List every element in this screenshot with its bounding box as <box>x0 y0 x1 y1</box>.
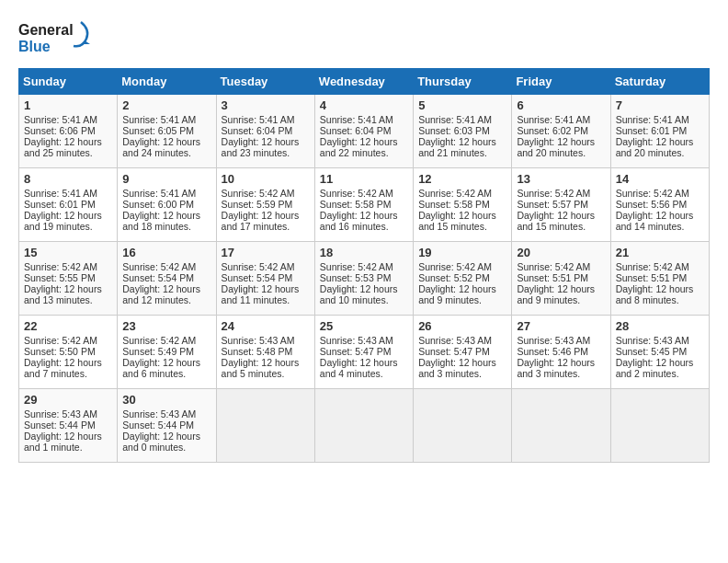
calendar-cell: 23Sunrise: 5:42 AMSunset: 5:49 PMDayligh… <box>118 316 216 389</box>
svg-text:General: General <box>18 22 74 38</box>
calendar-cell: 29Sunrise: 5:43 AMSunset: 5:44 PMDayligh… <box>19 389 118 463</box>
sunrise-text: Sunrise: 5:42 AM <box>616 261 689 272</box>
sunrise-text: Sunrise: 5:42 AM <box>517 261 590 272</box>
calendar-cell: 25Sunrise: 5:43 AMSunset: 5:47 PMDayligh… <box>314 316 413 389</box>
sunrise-text: Sunrise: 5:42 AM <box>418 261 492 272</box>
sunrise-text: Sunrise: 5:41 AM <box>320 114 393 125</box>
day-number: 7 <box>616 98 704 112</box>
calendar-cell: 3Sunrise: 5:41 AMSunset: 6:04 PMDaylight… <box>216 95 314 168</box>
day-number: 17 <box>222 246 310 259</box>
daylight-text: Daylight: 12 hours and 23 minutes. <box>222 136 300 158</box>
sunset-text: Sunset: 6:04 PM <box>320 125 392 136</box>
daylight-text: Daylight: 12 hours and 12 minutes. <box>122 283 200 305</box>
daylight-text: Daylight: 12 hours and 6 minutes. <box>122 357 200 379</box>
day-number: 20 <box>517 246 605 259</box>
day-number: 19 <box>418 246 506 259</box>
sunrise-text: Sunrise: 5:41 AM <box>418 114 492 125</box>
day-number: 1 <box>24 98 112 112</box>
day-number: 3 <box>222 98 310 112</box>
header-row: SundayMondayTuesdayWednesdayThursdayFrid… <box>19 69 710 95</box>
day-number: 21 <box>616 246 704 259</box>
sunrise-text: Sunrise: 5:43 AM <box>122 408 196 419</box>
sunrise-text: Sunrise: 5:43 AM <box>517 335 590 346</box>
calendar-cell: 8Sunrise: 5:41 AMSunset: 6:01 PMDaylight… <box>19 168 118 242</box>
daylight-text: Daylight: 12 hours and 24 minutes. <box>122 136 200 158</box>
calendar-cell: 21Sunrise: 5:42 AMSunset: 5:51 PMDayligh… <box>610 242 709 316</box>
sunset-text: Sunset: 5:50 PM <box>24 346 96 357</box>
daylight-text: Daylight: 12 hours and 2 minutes. <box>616 357 694 379</box>
daylight-text: Daylight: 12 hours and 15 minutes. <box>418 210 496 232</box>
day-number: 30 <box>122 393 210 407</box>
logo: General Blue <box>18 18 92 59</box>
sunrise-text: Sunrise: 5:42 AM <box>122 261 196 272</box>
sunset-text: Sunset: 5:58 PM <box>320 199 392 210</box>
daylight-text: Daylight: 12 hours and 4 minutes. <box>320 357 398 379</box>
sunrise-text: Sunrise: 5:42 AM <box>222 261 295 272</box>
sunset-text: Sunset: 5:44 PM <box>24 419 96 431</box>
calendar-table: SundayMondayTuesdayWednesdayThursdayFrid… <box>18 68 710 463</box>
daylight-text: Daylight: 12 hours and 20 minutes. <box>616 136 694 158</box>
sunrise-text: Sunrise: 5:42 AM <box>320 261 393 272</box>
sunrise-text: Sunrise: 5:42 AM <box>24 335 97 346</box>
sunrise-text: Sunrise: 5:41 AM <box>222 114 295 125</box>
day-number: 14 <box>616 172 704 186</box>
calendar-cell <box>216 389 314 463</box>
day-number: 8 <box>24 172 112 186</box>
calendar-cell: 1Sunrise: 5:41 AMSunset: 6:06 PMDaylight… <box>19 95 118 168</box>
sunrise-text: Sunrise: 5:43 AM <box>418 335 492 346</box>
daylight-text: Daylight: 12 hours and 7 minutes. <box>24 357 102 379</box>
day-number: 15 <box>24 246 112 259</box>
daylight-text: Daylight: 12 hours and 21 minutes. <box>418 136 496 158</box>
daylight-text: Daylight: 12 hours and 0 minutes. <box>122 431 200 453</box>
col-header-tuesday: Tuesday <box>216 69 314 95</box>
sunset-text: Sunset: 5:48 PM <box>222 346 293 357</box>
calendar-cell: 17Sunrise: 5:42 AMSunset: 5:54 PMDayligh… <box>216 242 314 316</box>
calendar-cell: 12Sunrise: 5:42 AMSunset: 5:58 PMDayligh… <box>414 168 512 242</box>
day-number: 2 <box>122 98 210 112</box>
day-number: 9 <box>122 172 210 186</box>
sunset-text: Sunset: 5:55 PM <box>24 272 96 283</box>
day-number: 24 <box>222 319 310 333</box>
daylight-text: Daylight: 12 hours and 18 minutes. <box>122 210 200 232</box>
day-number: 29 <box>24 393 112 407</box>
day-number: 16 <box>122 246 210 259</box>
sunset-text: Sunset: 5:51 PM <box>616 272 688 283</box>
sunset-text: Sunset: 6:01 PM <box>616 125 688 136</box>
svg-text:Blue: Blue <box>18 39 51 54</box>
calendar-cell: 30Sunrise: 5:43 AMSunset: 5:44 PMDayligh… <box>118 389 216 463</box>
calendar-cell: 26Sunrise: 5:43 AMSunset: 5:47 PMDayligh… <box>414 316 512 389</box>
sunrise-text: Sunrise: 5:41 AM <box>122 114 196 125</box>
calendar-cell: 2Sunrise: 5:41 AMSunset: 6:05 PMDaylight… <box>118 95 216 168</box>
daylight-text: Daylight: 12 hours and 25 minutes. <box>24 136 102 158</box>
calendar-cell <box>314 389 413 463</box>
calendar-cell: 10Sunrise: 5:42 AMSunset: 5:59 PMDayligh… <box>216 168 314 242</box>
calendar-cell <box>610 389 709 463</box>
sunset-text: Sunset: 5:54 PM <box>222 272 293 283</box>
day-number: 23 <box>122 319 210 333</box>
calendar-cell: 4Sunrise: 5:41 AMSunset: 6:04 PMDaylight… <box>314 95 413 168</box>
sunset-text: Sunset: 5:53 PM <box>320 272 392 283</box>
calendar-cell: 18Sunrise: 5:42 AMSunset: 5:53 PMDayligh… <box>314 242 413 316</box>
col-header-monday: Monday <box>118 69 216 95</box>
sunrise-text: Sunrise: 5:43 AM <box>616 335 689 346</box>
sunrise-text: Sunrise: 5:42 AM <box>616 188 689 199</box>
calendar-cell: 14Sunrise: 5:42 AMSunset: 5:56 PMDayligh… <box>610 168 709 242</box>
daylight-text: Daylight: 12 hours and 19 minutes. <box>24 210 102 232</box>
calendar-cell: 6Sunrise: 5:41 AMSunset: 6:02 PMDaylight… <box>512 95 610 168</box>
sunset-text: Sunset: 6:00 PM <box>122 199 194 210</box>
calendar-cell: 16Sunrise: 5:42 AMSunset: 5:54 PMDayligh… <box>118 242 216 316</box>
logo-svg: General Blue <box>18 18 92 59</box>
day-number: 12 <box>418 172 506 186</box>
sunset-text: Sunset: 6:05 PM <box>122 125 194 136</box>
sunrise-text: Sunrise: 5:43 AM <box>320 335 393 346</box>
daylight-text: Daylight: 12 hours and 9 minutes. <box>517 283 595 305</box>
daylight-text: Daylight: 12 hours and 22 minutes. <box>320 136 398 158</box>
sunrise-text: Sunrise: 5:42 AM <box>517 188 590 199</box>
sunset-text: Sunset: 5:59 PM <box>222 199 293 210</box>
sunset-text: Sunset: 5:51 PM <box>517 272 588 283</box>
calendar-cell <box>414 389 512 463</box>
sunset-text: Sunset: 5:44 PM <box>122 419 194 431</box>
day-number: 6 <box>517 98 605 112</box>
sunset-text: Sunset: 5:58 PM <box>418 199 490 210</box>
sunset-text: Sunset: 6:02 PM <box>517 125 588 136</box>
